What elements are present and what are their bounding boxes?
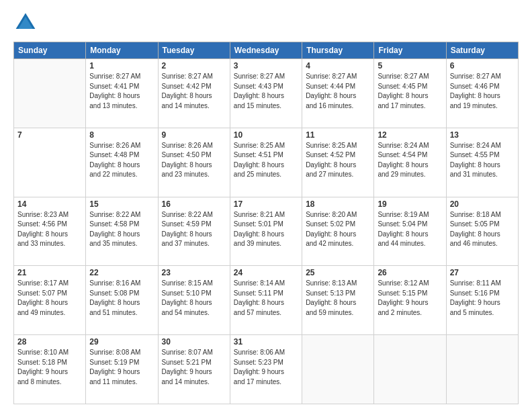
- day-number: 22: [89, 268, 154, 277]
- day-number: 19: [378, 199, 442, 209]
- calendar-cell: 14Sunrise: 8:23 AM Sunset: 4:56 PM Dayli…: [14, 197, 86, 266]
- cell-content: Sunrise: 8:24 AM Sunset: 4:54 PM Dayligh…: [378, 141, 442, 180]
- calendar-cell: 7: [14, 128, 86, 197]
- cell-content: Sunrise: 8:17 AM Sunset: 5:07 PM Dayligh…: [17, 279, 82, 318]
- calendar-day-header: Monday: [86, 42, 158, 59]
- day-number: 25: [306, 268, 370, 277]
- calendar-day-header: Sunday: [14, 42, 86, 59]
- cell-content: Sunrise: 8:21 AM Sunset: 5:01 PM Dayligh…: [234, 210, 298, 249]
- calendar-day-header: Friday: [374, 42, 446, 59]
- day-number: 28: [17, 337, 82, 347]
- day-number: 3: [234, 61, 298, 71]
- cell-content: Sunrise: 8:07 AM Sunset: 5:21 PM Dayligh…: [162, 348, 226, 387]
- calendar-week-row: 1Sunrise: 8:27 AM Sunset: 4:41 PM Daylig…: [14, 59, 519, 128]
- cell-content: Sunrise: 8:11 AM Sunset: 5:16 PM Dayligh…: [450, 279, 515, 318]
- cell-content: Sunrise: 8:13 AM Sunset: 5:13 PM Dayligh…: [306, 279, 370, 318]
- cell-content: Sunrise: 8:16 AM Sunset: 5:08 PM Dayligh…: [89, 279, 154, 318]
- calendar-day-header: Thursday: [302, 42, 374, 59]
- calendar-cell: 30Sunrise: 8:07 AM Sunset: 5:21 PM Dayli…: [158, 335, 230, 404]
- calendar-cell: [302, 335, 374, 404]
- cell-content: Sunrise: 8:27 AM Sunset: 4:43 PM Dayligh…: [234, 72, 298, 111]
- cell-content: Sunrise: 8:22 AM Sunset: 4:59 PM Dayligh…: [162, 210, 226, 249]
- day-number: 16: [162, 199, 226, 209]
- cell-content: Sunrise: 8:15 AM Sunset: 5:10 PM Dayligh…: [162, 279, 226, 318]
- calendar-cell: 23Sunrise: 8:15 AM Sunset: 5:10 PM Dayli…: [158, 266, 230, 335]
- calendar-day-header: Tuesday: [158, 42, 230, 59]
- calendar-header-row: SundayMondayTuesdayWednesdayThursdayFrid…: [14, 42, 519, 59]
- cell-content: Sunrise: 8:25 AM Sunset: 4:52 PM Dayligh…: [306, 141, 370, 180]
- day-number: 27: [450, 268, 515, 277]
- calendar-cell: 20Sunrise: 8:18 AM Sunset: 5:05 PM Dayli…: [446, 197, 518, 266]
- calendar-cell: 25Sunrise: 8:13 AM Sunset: 5:13 PM Dayli…: [302, 266, 374, 335]
- calendar-cell: 29Sunrise: 8:08 AM Sunset: 5:19 PM Dayli…: [86, 335, 158, 404]
- calendar-cell: 15Sunrise: 8:22 AM Sunset: 4:58 PM Dayli…: [86, 197, 158, 266]
- calendar-cell: 31Sunrise: 8:06 AM Sunset: 5:23 PM Dayli…: [230, 335, 302, 404]
- calendar-cell: 9Sunrise: 8:26 AM Sunset: 4:50 PM Daylig…: [158, 128, 230, 197]
- calendar-week-row: 28Sunrise: 8:10 AM Sunset: 5:18 PM Dayli…: [14, 335, 519, 404]
- day-number: 1: [89, 61, 154, 71]
- day-number: 20: [450, 199, 515, 209]
- calendar-cell: 10Sunrise: 8:25 AM Sunset: 4:51 PM Dayli…: [230, 128, 302, 197]
- day-number: 21: [17, 268, 82, 277]
- calendar-cell: 6Sunrise: 8:27 AM Sunset: 4:46 PM Daylig…: [446, 59, 518, 128]
- logo: [13, 11, 40, 35]
- calendar-cell: 16Sunrise: 8:22 AM Sunset: 4:59 PM Dayli…: [158, 197, 230, 266]
- cell-content: Sunrise: 8:24 AM Sunset: 4:55 PM Dayligh…: [450, 141, 515, 180]
- calendar-week-row: 14Sunrise: 8:23 AM Sunset: 4:56 PM Dayli…: [14, 197, 519, 266]
- header: [13, 11, 519, 35]
- cell-content: Sunrise: 8:06 AM Sunset: 5:23 PM Dayligh…: [234, 348, 298, 387]
- calendar-cell: 24Sunrise: 8:14 AM Sunset: 5:11 PM Dayli…: [230, 266, 302, 335]
- page: SundayMondayTuesdayWednesdayThursdayFrid…: [0, 0, 532, 411]
- day-number: 31: [234, 337, 298, 347]
- calendar-cell: 28Sunrise: 8:10 AM Sunset: 5:18 PM Dayli…: [14, 335, 86, 404]
- day-number: 6: [450, 61, 515, 71]
- calendar-cell: 27Sunrise: 8:11 AM Sunset: 5:16 PM Dayli…: [446, 266, 518, 335]
- calendar-week-row: 78Sunrise: 8:26 AM Sunset: 4:48 PM Dayli…: [14, 128, 519, 197]
- calendar-cell: 5Sunrise: 8:27 AM Sunset: 4:45 PM Daylig…: [374, 59, 446, 128]
- calendar-cell: 1Sunrise: 8:27 AM Sunset: 4:41 PM Daylig…: [86, 59, 158, 128]
- day-number: 8: [89, 130, 154, 140]
- day-number: 10: [234, 130, 298, 140]
- calendar-cell: [374, 335, 446, 404]
- calendar-cell: 22Sunrise: 8:16 AM Sunset: 5:08 PM Dayli…: [86, 266, 158, 335]
- calendar-cell: 26Sunrise: 8:12 AM Sunset: 5:15 PM Dayli…: [374, 266, 446, 335]
- day-number: 30: [162, 337, 226, 347]
- cell-content: Sunrise: 8:26 AM Sunset: 4:48 PM Dayligh…: [89, 141, 154, 180]
- day-number: 2: [162, 61, 226, 71]
- day-number: 5: [378, 61, 442, 71]
- day-number: 14: [17, 199, 82, 209]
- calendar-cell: 2Sunrise: 8:27 AM Sunset: 4:42 PM Daylig…: [158, 59, 230, 128]
- calendar-cell: [14, 59, 86, 128]
- cell-content: Sunrise: 8:22 AM Sunset: 4:58 PM Dayligh…: [89, 210, 154, 249]
- calendar-cell: 4Sunrise: 8:27 AM Sunset: 4:44 PM Daylig…: [302, 59, 374, 128]
- calendar-week-row: 21Sunrise: 8:17 AM Sunset: 5:07 PM Dayli…: [14, 266, 519, 335]
- day-number: 17: [234, 199, 298, 209]
- cell-content: Sunrise: 8:27 AM Sunset: 4:45 PM Dayligh…: [378, 72, 442, 111]
- calendar-cell: 12Sunrise: 8:24 AM Sunset: 4:54 PM Dayli…: [374, 128, 446, 197]
- calendar-table: SundayMondayTuesdayWednesdayThursdayFrid…: [13, 42, 519, 404]
- cell-content: Sunrise: 8:27 AM Sunset: 4:44 PM Dayligh…: [306, 72, 370, 111]
- cell-content: Sunrise: 8:19 AM Sunset: 5:04 PM Dayligh…: [378, 210, 442, 249]
- cell-content: Sunrise: 8:10 AM Sunset: 5:18 PM Dayligh…: [17, 348, 82, 387]
- day-number: 11: [306, 130, 370, 140]
- calendar-cell: 13Sunrise: 8:24 AM Sunset: 4:55 PM Dayli…: [446, 128, 518, 197]
- calendar-cell: 3Sunrise: 8:27 AM Sunset: 4:43 PM Daylig…: [230, 59, 302, 128]
- cell-content: Sunrise: 8:26 AM Sunset: 4:50 PM Dayligh…: [162, 141, 226, 180]
- day-number: 26: [378, 268, 442, 277]
- calendar-cell: 19Sunrise: 8:19 AM Sunset: 5:04 PM Dayli…: [374, 197, 446, 266]
- day-number: 29: [89, 337, 154, 347]
- calendar-cell: 11Sunrise: 8:25 AM Sunset: 4:52 PM Dayli…: [302, 128, 374, 197]
- day-number: 23: [162, 268, 226, 277]
- day-number: 9: [162, 130, 226, 140]
- day-number: 18: [306, 199, 370, 209]
- cell-content: Sunrise: 8:27 AM Sunset: 4:41 PM Dayligh…: [89, 72, 154, 111]
- calendar-cell: 17Sunrise: 8:21 AM Sunset: 5:01 PM Dayli…: [230, 197, 302, 266]
- cell-content: Sunrise: 8:25 AM Sunset: 4:51 PM Dayligh…: [234, 141, 298, 180]
- cell-content: Sunrise: 8:27 AM Sunset: 4:46 PM Dayligh…: [450, 72, 515, 111]
- day-number: 12: [378, 130, 442, 140]
- calendar-day-header: Wednesday: [230, 42, 302, 59]
- day-number: 15: [89, 199, 154, 209]
- day-number: 7: [17, 130, 82, 140]
- calendar-day-header: Saturday: [446, 42, 518, 59]
- cell-content: Sunrise: 8:23 AM Sunset: 4:56 PM Dayligh…: [17, 210, 82, 249]
